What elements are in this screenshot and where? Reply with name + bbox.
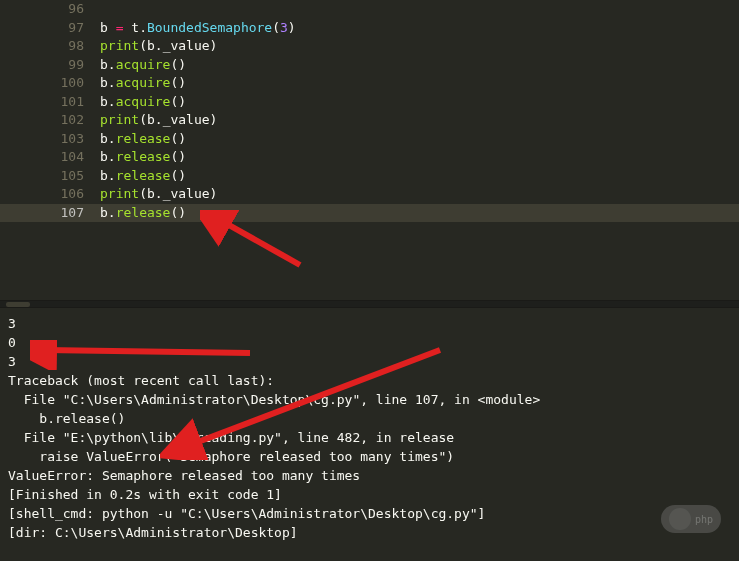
token-call: release (116, 205, 171, 220)
token-paren: () (170, 168, 186, 183)
line-number: 99 (0, 56, 100, 75)
token-dot: . (108, 75, 116, 90)
line-number: 106 (0, 185, 100, 204)
output-line: [Finished in 0.2s with exit code 1] (8, 485, 731, 504)
token-paren: () (170, 57, 186, 72)
build-output-pane[interactable]: 303Traceback (most recent call last): Fi… (0, 308, 739, 561)
code-line[interactable]: 97b = t.BoundedSemaphore(3) (0, 19, 739, 38)
token-paren: ) (210, 38, 218, 53)
token-paren: ( (272, 20, 280, 35)
token-dot: . (108, 149, 116, 164)
code-line[interactable]: 107b.release() (0, 204, 739, 223)
code-content[interactable]: print(b._value) (100, 185, 739, 204)
line-number: 98 (0, 37, 100, 56)
code-line[interactable]: 104b.release() (0, 148, 739, 167)
code-content[interactable] (100, 0, 739, 19)
line-number: 107 (0, 204, 100, 223)
token-paren: ( (139, 112, 147, 127)
code-line[interactable]: 100b.acquire() (0, 74, 739, 93)
token-call: acquire (116, 94, 171, 109)
token-var: b (147, 38, 155, 53)
token-call: release (116, 131, 171, 146)
output-line: File "E:\python\lib\threading.py", line … (8, 428, 731, 447)
code-editor-pane[interactable]: 9697b = t.BoundedSemaphore(3)98print(b._… (0, 0, 739, 300)
output-line: 3 (8, 314, 731, 333)
output-line: [dir: C:\Users\Administrator\Desktop] (8, 523, 731, 542)
token-paren: () (170, 75, 186, 90)
code-line[interactable]: 103b.release() (0, 130, 739, 149)
token-dot: . (108, 94, 116, 109)
token-paren: () (170, 149, 186, 164)
token-var: _value (163, 186, 210, 201)
token-var: b (147, 112, 155, 127)
token-call: release (116, 168, 171, 183)
token-var: b (147, 186, 155, 201)
token-var: _value (163, 38, 210, 53)
code-content[interactable]: b.release() (100, 148, 739, 167)
token-dot: . (155, 38, 163, 53)
line-number: 100 (0, 74, 100, 93)
pane-divider[interactable] (0, 300, 739, 308)
token-var: b (100, 168, 108, 183)
token-var: b (100, 94, 108, 109)
token-paren: () (170, 94, 186, 109)
token-paren: () (170, 205, 186, 220)
code-line[interactable]: 105b.release() (0, 167, 739, 186)
token-func: BoundedSemaphore (147, 20, 272, 35)
token-call: print (100, 186, 139, 201)
code-content[interactable]: b.acquire() (100, 93, 739, 112)
code-line[interactable]: 101b.acquire() (0, 93, 739, 112)
token-var: b (100, 75, 108, 90)
token-var: b (100, 205, 108, 220)
token-paren: ) (288, 20, 296, 35)
watermark-text: php (695, 514, 713, 525)
code-content[interactable]: b.release() (100, 204, 739, 223)
code-line[interactable]: 99b.acquire() (0, 56, 739, 75)
output-line: Traceback (most recent call last): (8, 371, 731, 390)
token-paren: ( (139, 186, 147, 201)
token-num: 3 (280, 20, 288, 35)
code-line[interactable]: 96 (0, 0, 739, 19)
token-dot: . (108, 205, 116, 220)
token-var: b (100, 131, 108, 146)
code-content[interactable]: b.release() (100, 130, 739, 149)
code-content[interactable]: b = t.BoundedSemaphore(3) (100, 19, 739, 38)
output-line: File "C:\Users\Administrator\Desktop\cg.… (8, 390, 731, 409)
output-line: b.release() (8, 409, 731, 428)
divider-handle[interactable] (6, 302, 30, 307)
code-content[interactable]: b.release() (100, 167, 739, 186)
token-paren: () (170, 131, 186, 146)
token-call: release (116, 149, 171, 164)
token-var: b (100, 149, 108, 164)
watermark-badge: php (661, 505, 721, 533)
output-line: 3 (8, 352, 731, 371)
token-dot: . (108, 57, 116, 72)
output-line: [shell_cmd: python -u "C:\Users\Administ… (8, 504, 731, 523)
token-paren: ) (210, 112, 218, 127)
output-line: ValueError: Semaphore released too many … (8, 466, 731, 485)
token-dot: . (108, 131, 116, 146)
code-content[interactable]: print(b._value) (100, 37, 739, 56)
token-call: acquire (116, 57, 171, 72)
code-content[interactable]: print(b._value) (100, 111, 739, 130)
token-dot: . (108, 168, 116, 183)
line-number: 102 (0, 111, 100, 130)
token-dot: . (155, 186, 163, 201)
token-call: print (100, 38, 139, 53)
code-line[interactable]: 102print(b._value) (0, 111, 739, 130)
code-content[interactable]: b.acquire() (100, 56, 739, 75)
line-number: 104 (0, 148, 100, 167)
token-var: b (100, 57, 108, 72)
token-call: print (100, 112, 139, 127)
line-number: 96 (0, 0, 100, 19)
token-dot: . (155, 112, 163, 127)
token-var: b (100, 20, 116, 35)
token-paren: ( (139, 38, 147, 53)
output-line: 0 (8, 333, 731, 352)
code-line[interactable]: 98print(b._value) (0, 37, 739, 56)
line-number: 103 (0, 130, 100, 149)
code-line[interactable]: 106print(b._value) (0, 185, 739, 204)
code-content[interactable]: b.acquire() (100, 74, 739, 93)
token-paren: ) (210, 186, 218, 201)
token-dot: . (139, 20, 147, 35)
